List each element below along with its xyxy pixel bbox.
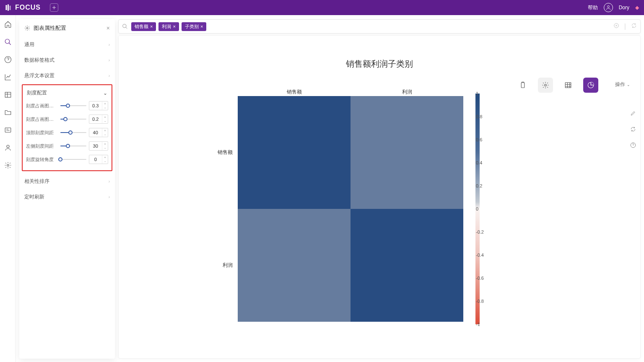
help-link[interactable]: 帮助: [588, 4, 598, 11]
spin-up[interactable]: +: [102, 128, 108, 133]
chart-line-icon: [4, 73, 12, 81]
rail-card[interactable]: [4, 126, 12, 134]
heatmap-row-labels: 销售额 利润: [216, 96, 233, 322]
scale-row-label: 刻度旋转角度: [26, 156, 58, 163]
spin-down[interactable]: −: [102, 159, 108, 164]
rail-table[interactable]: [4, 91, 12, 99]
logo-icon: [5, 4, 13, 11]
svg-rect-7: [5, 128, 11, 133]
action-clipboard[interactable]: [515, 78, 530, 93]
query-pill[interactable]: 子类别×: [182, 22, 206, 31]
refresh-icon: [631, 23, 637, 29]
spin-up[interactable]: +: [102, 115, 108, 119]
gear-icon: [4, 161, 12, 169]
legend-tick: 0.8: [476, 114, 482, 119]
col-label-0: 销售额: [238, 89, 351, 96]
heatmap: [238, 96, 463, 322]
spin-up[interactable]: +: [102, 155, 108, 159]
rail-chart[interactable]: [4, 73, 12, 81]
gear-icon: [542, 81, 549, 89]
tool-reload[interactable]: [630, 126, 636, 134]
scale-input[interactable]: [89, 157, 102, 162]
user-icon: [4, 144, 12, 151]
section-item[interactable]: 定时刷新›: [19, 189, 115, 205]
scale-slider[interactable]: [60, 117, 86, 122]
scale-input[interactable]: [89, 130, 102, 135]
query-bar: 销售额×利润×子类别× |: [118, 19, 641, 34]
rail-help[interactable]: [4, 55, 12, 64]
pill-close-icon[interactable]: ×: [200, 24, 203, 29]
rail-folder[interactable]: [4, 108, 12, 117]
left-rail: [0, 15, 16, 362]
legend-tick: 0.6: [476, 137, 482, 142]
search-icon-btn[interactable]: [122, 23, 128, 29]
avatar[interactable]: [604, 3, 613, 12]
legend-tick: 1: [476, 91, 478, 96]
rail-home[interactable]: [4, 20, 12, 29]
rail-user[interactable]: [4, 143, 12, 152]
pie-icon: [587, 81, 595, 89]
scale-input[interactable]: [89, 103, 102, 108]
hm-cell-0-1[interactable]: [351, 96, 463, 209]
section-item[interactable]: 悬浮文本设置›: [19, 68, 115, 83]
search-icon: [4, 38, 12, 46]
spin-up[interactable]: +: [102, 102, 108, 106]
color-legend: 10.80.60.40.20-0.2-0.4-0.6-0.8-1: [469, 94, 486, 324]
hm-cell-1-0[interactable]: [238, 209, 351, 322]
spin-down[interactable]: −: [102, 133, 108, 137]
svg-rect-0: [6, 5, 7, 10]
section-item[interactable]: 数据标签格式›: [19, 52, 115, 68]
hm-cell-1-1[interactable]: [351, 209, 463, 322]
new-button[interactable]: [50, 3, 58, 12]
scale-row-label: 顶部刻度间距: [26, 130, 58, 136]
panel-close[interactable]: ×: [106, 25, 110, 31]
rail-search[interactable]: [4, 38, 12, 46]
scale-spinner[interactable]: +−: [89, 101, 108, 110]
spin-down[interactable]: −: [102, 146, 108, 150]
query-pill[interactable]: 销售额×: [131, 22, 156, 31]
svg-rect-2: [10, 6, 11, 10]
col-label-1: 利润: [351, 89, 463, 96]
hm-cell-0-0[interactable]: [238, 96, 351, 209]
home-icon: [4, 21, 12, 28]
svg-rect-15: [565, 83, 571, 88]
scale-slider[interactable]: [60, 103, 86, 108]
scale-input[interactable]: [89, 143, 102, 148]
scale-input[interactable]: [89, 117, 102, 122]
scale-slider[interactable]: [60, 130, 86, 135]
spin-up[interactable]: +: [102, 142, 108, 146]
pill-close-icon[interactable]: ×: [150, 24, 153, 29]
rail-settings[interactable]: [4, 161, 12, 169]
action-table[interactable]: [561, 78, 576, 93]
tool-help[interactable]: [630, 142, 636, 150]
scale-config-title: 刻度配置: [27, 89, 47, 96]
tool-edit[interactable]: [630, 110, 636, 118]
scale-spinner[interactable]: +−: [89, 128, 108, 137]
scale-row: 刻度占画图区域...+−: [24, 112, 110, 126]
action-settings[interactable]: [538, 78, 553, 93]
chart-action-bar: [515, 78, 598, 93]
right-tools: [630, 110, 636, 150]
spin-down[interactable]: −: [102, 106, 108, 110]
scale-slider[interactable]: [60, 143, 86, 148]
spin-down[interactable]: −: [102, 119, 108, 123]
scale-spinner[interactable]: +−: [89, 115, 108, 124]
scale-config-highlight: 刻度配置 ⌄ 刻度占画图区域...+−刻度占画图区域...+−顶部刻度间距+−左…: [22, 84, 112, 171]
section-item[interactable]: 通用›: [19, 37, 115, 52]
refresh-btn[interactable]: [631, 23, 637, 30]
action-chart-type[interactable]: [583, 78, 598, 93]
diamond-icon: ◆: [635, 5, 639, 10]
pill-close-icon[interactable]: ×: [173, 24, 175, 29]
scale-slider[interactable]: [60, 157, 86, 162]
svg-rect-13: [521, 83, 525, 88]
ops-dropdown[interactable]: 操作 ⌄: [615, 81, 630, 88]
clear-query-btn[interactable]: [613, 23, 619, 30]
scale-config-header[interactable]: 刻度配置 ⌄: [24, 88, 110, 99]
query-pill[interactable]: 利润×: [158, 22, 179, 31]
scale-spinner[interactable]: +−: [89, 155, 108, 164]
clipboard-icon: [519, 81, 527, 89]
scale-row: 刻度占画图区域...+−: [24, 99, 110, 112]
scale-spinner[interactable]: +−: [89, 141, 108, 151]
card-icon: [4, 126, 12, 134]
section-item[interactable]: 相关性排序›: [19, 174, 115, 189]
